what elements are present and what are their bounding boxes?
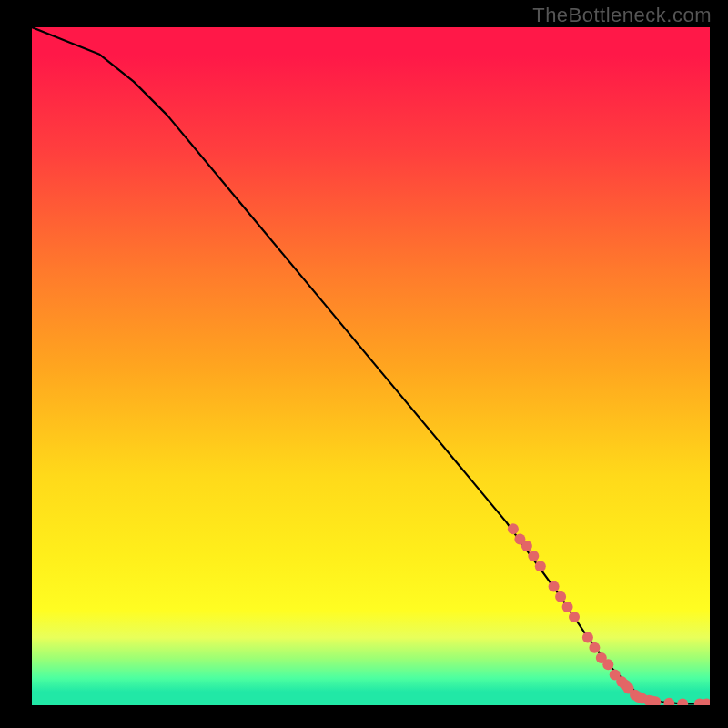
plot-area [32, 27, 710, 705]
data-marker [528, 551, 539, 561]
data-marker [602, 659, 613, 670]
data-marker [555, 592, 566, 602]
data-marker [582, 632, 593, 643]
data-marker [562, 602, 573, 612]
chart-canvas: TheBottleneck.com [0, 0, 728, 728]
data-marker [589, 642, 600, 653]
marker-group [508, 523, 710, 705]
watermark-text: TheBottleneck.com [532, 4, 712, 27]
curve-line [32, 27, 710, 704]
data-marker [549, 581, 560, 592]
data-marker [677, 699, 688, 706]
data-marker [535, 561, 546, 571]
data-marker [508, 523, 519, 534]
data-marker [521, 541, 532, 551]
data-marker [663, 698, 674, 705]
data-marker [569, 612, 580, 622]
chart-overlay [32, 27, 710, 705]
